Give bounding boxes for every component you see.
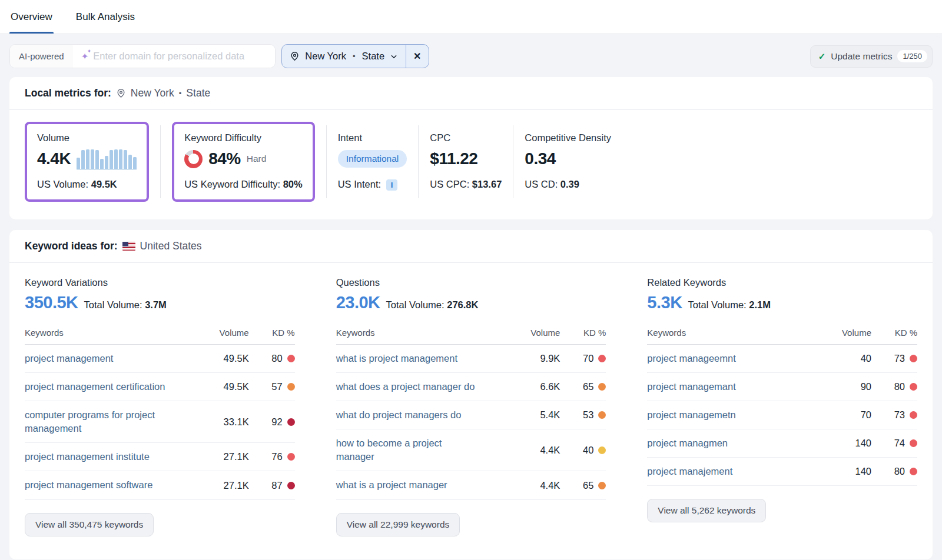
table-row: computer programs for project management… <box>25 401 295 443</box>
table-row: project managemant 90 80 <box>647 373 917 401</box>
close-icon: ✕ <box>413 51 421 62</box>
keyword-link[interactable]: project manageemnt <box>647 352 735 365</box>
keyword-link[interactable]: how to become a project manager <box>336 436 460 464</box>
section-questions: Questions 23.0K Total Volume: 276.8K Key… <box>336 277 606 536</box>
update-metrics-label: Update metrics <box>831 51 892 62</box>
keyword-ideas-card: Keyword ideas for: United States Keyword… <box>9 230 933 559</box>
table-row: project managmen 140 74 <box>647 429 917 458</box>
col-volume: Volume <box>821 328 871 338</box>
keyword-volume: 9.9K <box>510 353 560 364</box>
table-row: how to become a project manager 4.4K 40 <box>336 429 606 471</box>
keyword-volume: 4.4K <box>510 480 560 491</box>
intent-badge: Informational <box>338 150 407 168</box>
local-metrics-location: New York <box>131 87 174 99</box>
keyword-link[interactable]: project management certification <box>25 380 165 394</box>
keyword-link[interactable]: what does a project manager do <box>336 380 475 394</box>
keyword-link[interactable]: computer programs for project management <box>25 408 178 435</box>
keyword-kd-value: 73 <box>894 353 905 364</box>
kd-dot-icon <box>287 482 295 489</box>
keyword-link[interactable]: project managemetn <box>647 408 735 422</box>
section-title: Questions <box>336 277 606 288</box>
check-icon: ✓ <box>818 51 826 62</box>
keyword-volume: 140 <box>821 466 871 477</box>
col-keywords: Keywords <box>336 328 510 338</box>
tab-bulk-analysis[interactable]: Bulk Analysis <box>75 0 136 34</box>
kd-dot-icon <box>287 355 295 362</box>
top-tab-bar: Overview Bulk Analysis <box>0 0 942 34</box>
keyword-volume: 40 <box>821 353 871 364</box>
kd-dot-icon <box>287 453 295 461</box>
cpc-metric: CPC $11.22 US CPC: $13.67 <box>430 122 502 202</box>
keyword-difficulty-label: Keyword Difficulty <box>184 132 303 144</box>
section-total-volume: Total Volume: 276.8K <box>386 299 479 311</box>
keyword-link[interactable]: project managmen <box>647 436 728 450</box>
col-kd: KD % <box>871 328 917 338</box>
competitive-density-label: Competitive Density <box>525 132 611 144</box>
keyword-link[interactable]: what is project management <box>336 352 457 365</box>
keyword-kd-value: 70 <box>583 353 593 364</box>
volume-metric-box: Volume 4.4K US Volume: 49.5K <box>25 122 149 202</box>
keyword-link[interactable]: what do project managers do <box>336 408 462 422</box>
kd-qualifier: Hard <box>247 154 267 164</box>
keyword-link[interactable]: project manajement <box>647 465 732 478</box>
domain-search-group: AI-powered ✦✦ <box>9 44 276 68</box>
table-row: what does a project manager do 6.6K 65 <box>336 373 606 401</box>
table-body: project manageemnt 40 73 project managem… <box>647 345 917 486</box>
table-header: Keywords Volume KD % <box>647 328 917 345</box>
domain-input[interactable] <box>93 51 267 62</box>
section-count: 350.5K <box>25 293 78 312</box>
keyword-kd-value: 74 <box>894 438 905 449</box>
keyword-volume: 90 <box>821 381 871 392</box>
keyword-link[interactable]: project managemant <box>647 380 735 394</box>
kd-dot-icon <box>598 383 606 391</box>
view-all-related-keywords-button[interactable]: View all 5,262 keywords <box>647 499 766 522</box>
table-row: project managemetn 70 73 <box>647 401 917 429</box>
us-intent-line: US Intent: I <box>338 179 407 191</box>
keyword-link[interactable]: project management institute <box>25 450 150 464</box>
kd-dot-icon <box>910 383 917 391</box>
view-all-keyword-variations-button[interactable]: View all 350,475 keywords <box>25 513 154 536</box>
ai-powered-label: AI-powered <box>10 45 73 68</box>
kd-donut-gauge <box>184 150 203 168</box>
competitive-density-value: 0.34 <box>525 149 556 168</box>
local-metrics-title: Local metrics for: <box>25 87 111 99</box>
keyword-kd-value: 53 <box>583 409 593 421</box>
kd-dot-icon <box>598 482 606 489</box>
tab-overview[interactable]: Overview <box>9 0 54 34</box>
keyword-kd-value: 80 <box>271 353 282 364</box>
cpc-label: CPC <box>430 132 502 144</box>
update-metrics-button[interactable]: ✓ Update metrics 1/250 <box>810 45 933 68</box>
section-count: 5.3K <box>647 293 682 312</box>
table-row: project manajement 140 80 <box>647 458 917 486</box>
keyword-volume: 27.1K <box>199 451 249 462</box>
kd-dot-icon <box>287 383 295 391</box>
location-pin-icon <box>290 51 300 61</box>
sparkle-icon: ✦✦ <box>81 52 89 61</box>
competitive-density-metric: Competitive Density 0.34 US CD: 0.39 <box>525 122 611 202</box>
keyword-link[interactable]: project management <box>25 352 113 365</box>
location-separator: • <box>179 89 182 98</box>
domain-input-wrap: ✦✦ <box>73 45 276 68</box>
keyword-kd-value: 80 <box>894 466 905 477</box>
table-row: project management 49.5K 80 <box>25 345 295 373</box>
table-row: project management software 27.1K 87 <box>25 471 295 499</box>
table-header: Keywords Volume KD % <box>25 328 295 345</box>
table-header: Keywords Volume KD % <box>336 328 606 345</box>
keyword-link[interactable]: what is a project manager <box>336 478 447 492</box>
view-all-questions-button[interactable]: View all 22,999 keywords <box>336 513 460 536</box>
keyword-kd-value: 65 <box>583 381 593 392</box>
col-kd: KD % <box>249 328 295 338</box>
local-metrics-location-type: State <box>186 87 210 99</box>
keyword-volume: 33.1K <box>199 416 249 428</box>
location-dropdown[interactable]: New York • State <box>282 45 406 68</box>
keyword-link[interactable]: project management software <box>25 478 152 492</box>
kd-value: 84% <box>208 149 241 168</box>
table-body: what is project management 9.9K 70 what … <box>336 345 606 500</box>
kd-dot-icon <box>910 439 917 447</box>
keyword-kd-value: 57 <box>271 381 282 392</box>
intent-metric: Intent Informational US Intent: I <box>338 122 407 202</box>
location-close-button[interactable]: ✕ <box>406 45 428 68</box>
section-title: Keyword Variations <box>25 277 295 288</box>
location-filter-chip: New York • State ✕ <box>281 44 429 68</box>
local-metrics-header: Local metrics for: New York • State <box>9 77 933 110</box>
